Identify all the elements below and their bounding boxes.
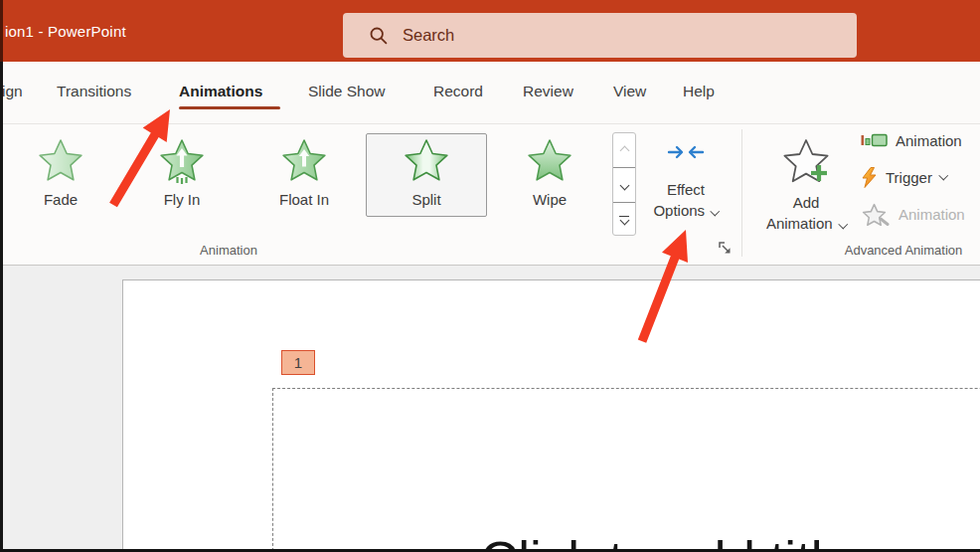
chevron-up-icon xyxy=(619,145,629,155)
animation-pane-label: Animation xyxy=(896,132,962,149)
window-left-edge xyxy=(0,0,3,552)
search-label: Search xyxy=(403,26,454,45)
gallery-item-label: Fly In xyxy=(164,191,201,208)
float-in-star-icon xyxy=(280,137,328,185)
gallery-item-label: Split xyxy=(411,191,440,208)
tab-animations[interactable]: Animations xyxy=(179,62,262,121)
wipe-star-icon xyxy=(526,137,573,185)
gallery-scroll-down-button[interactable] xyxy=(613,167,635,202)
animation-group-label: Animation xyxy=(149,243,308,258)
chevron-down-icon xyxy=(619,216,629,226)
animation-dialog-launcher-button[interactable] xyxy=(719,242,735,258)
ribbon: Fade Fly In Float In xyxy=(0,124,980,266)
animation-painter-button: Animation xyxy=(861,198,965,230)
chevron-down-icon xyxy=(619,180,629,190)
active-tab-underline xyxy=(179,106,280,109)
group-separator xyxy=(741,129,742,257)
chevron-down-icon xyxy=(838,219,847,228)
tab-record[interactable]: Record xyxy=(433,62,483,121)
trigger-label: Trigger xyxy=(886,169,932,186)
effect-options-label-line2: Options xyxy=(653,200,718,221)
gallery-item-label: Fade xyxy=(44,191,78,208)
search-icon xyxy=(369,26,389,46)
effect-options-icon xyxy=(666,141,706,163)
dialog-launcher-icon xyxy=(719,242,734,257)
chevron-down-icon xyxy=(939,170,948,179)
editor-canvas: 1 Click to add title xyxy=(0,266,980,552)
animation-float-in-button[interactable]: Float In xyxy=(244,133,365,217)
window-title: ion1 - PowerPoint xyxy=(5,0,126,62)
animation-painter-star-icon xyxy=(861,202,891,226)
split-star-icon xyxy=(403,137,450,185)
tab-help[interactable]: Help xyxy=(683,62,715,121)
ribbon-tab-row: ign Transitions Animations Slide Show Re… xyxy=(0,62,980,124)
titlebar: ion1 - PowerPoint Search xyxy=(0,0,980,62)
effect-options-label-line1: Effect xyxy=(667,179,705,200)
add-animation-star-icon xyxy=(781,137,831,187)
gallery-scroll-up-button[interactable] xyxy=(613,133,635,167)
animation-split-button[interactable]: Split xyxy=(366,133,487,217)
gallery-item-label: Float In xyxy=(279,191,329,208)
animation-painter-label: Animation xyxy=(898,206,965,223)
search-box[interactable]: Search xyxy=(343,13,857,58)
animation-pane-button[interactable]: Animation xyxy=(861,124,962,156)
trigger-button[interactable]: Trigger xyxy=(861,161,946,193)
fly-in-star-icon xyxy=(158,137,206,185)
add-animation-label-line2: Animation xyxy=(766,213,846,234)
add-animation-label-line1: Add xyxy=(793,192,820,213)
animation-pane-icon xyxy=(861,131,888,149)
tab-design-truncated[interactable]: ign xyxy=(2,62,23,121)
add-animation-button[interactable]: Add Animation xyxy=(756,131,856,259)
effect-options-button[interactable]: Effect Options xyxy=(646,131,726,259)
fade-star-icon xyxy=(37,137,84,185)
gallery-scrollbar xyxy=(612,132,636,236)
chevron-down-icon xyxy=(711,206,720,215)
gallery-more-button[interactable] xyxy=(613,202,635,236)
animation-fade-button[interactable]: Fade xyxy=(0,133,121,217)
tab-view[interactable]: View xyxy=(613,62,646,121)
tab-transitions[interactable]: Transitions xyxy=(57,62,131,121)
gallery-item-label: Wipe xyxy=(533,191,567,208)
animation-wipe-button[interactable]: Wipe xyxy=(489,133,610,217)
tab-review[interactable]: Review xyxy=(523,62,573,121)
animation-fly-in-button[interactable]: Fly In xyxy=(121,133,243,217)
tab-slide-show[interactable]: Slide Show xyxy=(308,62,386,121)
animation-number-badge[interactable]: 1 xyxy=(281,350,315,375)
lightning-bolt-icon xyxy=(861,167,878,188)
slide[interactable]: 1 Click to add title xyxy=(122,279,980,552)
advanced-animation-group-label: Advanced Animation xyxy=(794,243,980,258)
title-placeholder-box[interactable]: Click to add title xyxy=(272,388,980,552)
